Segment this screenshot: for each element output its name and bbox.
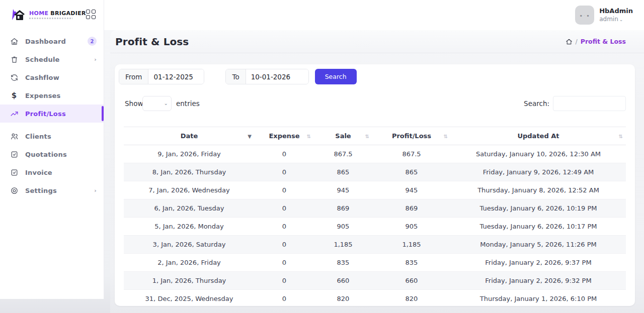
sidebar-item-schedule[interactable]: Schedule›: [0, 50, 104, 68]
chevron-right-icon: ›: [94, 56, 97, 63]
breadcrumb-current: Profit & Loss: [581, 38, 626, 45]
sidebar-item-label: Profit/Loss: [25, 110, 66, 118]
table-row: 6, Jan, 2026, Tuesday0869869Tuesday, Jan…: [124, 199, 626, 218]
sidebar-item-label: Expenses: [25, 92, 61, 99]
cell-profit: 820: [372, 290, 451, 306]
profit-loss-table: Date▼Expense⇅Sale⇅Profit/Loss⇅Updated At…: [124, 127, 626, 306]
cell-expense: 0: [255, 181, 314, 199]
sidebar-item-settings[interactable]: Settings›: [0, 181, 104, 199]
column-label: Date: [181, 132, 198, 140]
to-label: To: [226, 69, 246, 84]
table-header-row: Date▼Expense⇅Sale⇅Profit/Loss⇅Updated At…: [124, 127, 626, 145]
sidebar-item-invoice[interactable]: Invoice: [0, 163, 104, 181]
to-date-group: To: [225, 69, 308, 84]
main-content: Profit & Loss / Profit & Loss From To Se…: [110, 30, 644, 313]
page-title: Profit & Loss: [115, 36, 189, 48]
entries-label: entries: [176, 99, 200, 108]
sidebar-item-label: Clients: [25, 133, 51, 140]
chevron-down-icon: ⌄: [619, 17, 623, 22]
column-label: Sale: [335, 132, 351, 140]
sidebar-item-clients[interactable]: Clients: [0, 127, 104, 145]
notification-badge: 2: [88, 37, 97, 46]
column-label: Expense: [269, 132, 299, 140]
sort-icon: ⇅: [444, 133, 448, 139]
cell-expense: 0: [255, 145, 314, 163]
breadcrumb: / Profit & Loss: [566, 38, 626, 45]
cell-sale: 835: [314, 254, 372, 272]
cell-date: 31, Dec, 2025, Wednesday: [124, 290, 255, 306]
sidebar-item-dashboard[interactable]: Dashboard2: [0, 32, 104, 50]
sidebar-item-cashflow[interactable]: Cashflow: [0, 68, 104, 86]
table-row: 7, Jan, 2026, Wednesday0945945Thursday, …: [124, 181, 626, 199]
cell-profit: 867.5: [372, 145, 451, 163]
column-header-updated-at[interactable]: Updated At⇅: [451, 127, 626, 145]
cell-sale: 1,185: [314, 236, 372, 254]
sidebar-item-label: Dashboard: [25, 38, 66, 45]
table-search-input[interactable]: [553, 96, 626, 111]
user-menu[interactable]: ▪ · ▪ HbAdmin admin⌄: [575, 6, 633, 25]
dollar-icon: $: [10, 91, 19, 100]
from-date-input[interactable]: [148, 69, 204, 84]
cell-profit: 865: [372, 163, 451, 181]
sort-icon: ⇅: [619, 133, 623, 139]
chevron-down-icon: ⌄: [164, 100, 168, 106]
sidebar-menu: Dashboard2Schedule›Cashflow$ExpensesProf…: [0, 29, 104, 199]
search-button[interactable]: Search: [315, 69, 357, 84]
cell-profit: 660: [372, 272, 451, 290]
cell-updated: Tuesday, January 6, 2026, 10:17 PM: [451, 218, 626, 236]
table-row: 2, Jan, 2026, Friday0835835Friday, Janua…: [124, 254, 626, 272]
cell-sale: 660: [314, 272, 372, 290]
cell-updated: Thursday, January 1, 2026, 6:10 PM: [451, 290, 626, 306]
cell-profit: 869: [372, 199, 451, 218]
cell-sale: 945: [314, 181, 372, 199]
schedule-icon: [10, 55, 19, 64]
column-header-date[interactable]: Date▼: [124, 127, 255, 145]
column-label: Profit/Loss: [392, 132, 431, 140]
checkbox-icon: [10, 168, 19, 177]
sidebar-item-quotations[interactable]: Quotations: [0, 145, 104, 163]
cell-date: 3, Jan, 2026, Saturday: [124, 236, 255, 254]
cell-date: 1, Jan, 2026, Thursday: [124, 272, 255, 290]
sidebar-item-label: Cashflow: [25, 74, 59, 81]
cell-expense: 0: [255, 290, 314, 306]
cell-sale: 820: [314, 290, 372, 306]
cell-expense: 0: [255, 272, 314, 290]
table-body: 9, Jan, 2026, Friday0867.5867.5Saturday,…: [124, 145, 626, 306]
cell-updated: Friday, January 2, 2026, 9:32 PM: [451, 272, 626, 290]
column-label: Updated At: [517, 132, 559, 140]
cell-profit: 945: [372, 181, 451, 199]
cell-date: 6, Jan, 2026, Tuesday: [124, 199, 255, 218]
sort-desc-icon: ▼: [248, 133, 252, 139]
sidebar-item-label: Settings: [25, 187, 57, 194]
cell-sale: 867.5: [314, 145, 372, 163]
home-icon: [10, 37, 19, 46]
topbar: ▪ · ▪ HbAdmin admin⌄: [104, 0, 644, 30]
column-header-sale[interactable]: Sale⇅: [314, 127, 372, 145]
gear-icon: [10, 186, 19, 195]
cell-date: 7, Jan, 2026, Wednesday: [124, 181, 255, 199]
page-header: Profit & Loss / Profit & Loss: [110, 30, 644, 53]
column-header-expense[interactable]: Expense⇅: [255, 127, 314, 145]
cell-sale: 865: [314, 163, 372, 181]
sidebar-item-expenses[interactable]: $Expenses: [0, 86, 104, 105]
trend-up-icon: [10, 109, 19, 118]
sidebar-item-profit-loss[interactable]: Profit/Loss: [0, 105, 104, 123]
cell-date: 9, Jan, 2026, Friday: [124, 145, 255, 163]
cell-expense: 0: [255, 236, 314, 254]
to-date-input[interactable]: [246, 69, 308, 84]
show-entries-select[interactable]: ⌄: [142, 96, 172, 111]
cell-expense: 0: [255, 254, 314, 272]
cell-updated: Monday, January 5, 2026, 11:26 PM: [451, 236, 626, 254]
sort-icon: ⇅: [307, 133, 311, 139]
home-icon[interactable]: [566, 38, 573, 45]
cell-date: 8, Jan, 2026, Thursday: [124, 163, 255, 181]
cell-date: 5, Jan, 2026, Monday: [124, 218, 255, 236]
cell-updated: Friday, January 2, 2026, 9:37 PM: [451, 254, 626, 272]
brand-logo-icon: [9, 7, 26, 22]
checkbox-icon: [10, 150, 19, 159]
cell-updated: Friday, January 9, 2026, 12:49 AM: [451, 163, 626, 181]
menu-toggle-grid-icon[interactable]: [86, 10, 96, 20]
cell-profit: 1,185: [372, 236, 451, 254]
sidebar-item-label: Quotations: [25, 151, 67, 158]
column-header-profit-loss[interactable]: Profit/Loss⇅: [372, 127, 451, 145]
